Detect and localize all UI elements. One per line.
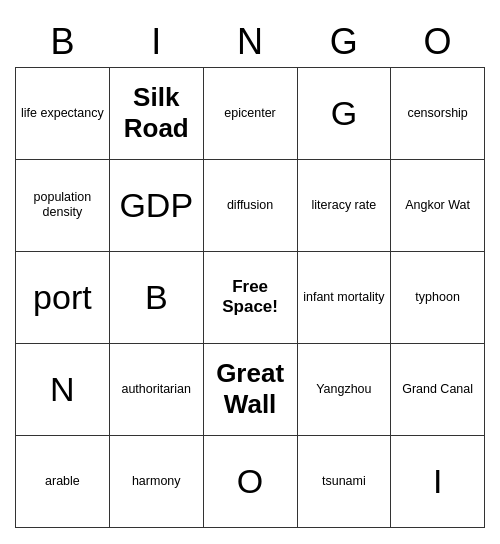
cell-text: B [145,278,168,316]
cell-text: authoritarian [121,382,191,396]
cell-text: arable [45,474,80,488]
cell-text: O [237,462,263,500]
cell-text: N [50,370,75,408]
cell-r1-c2[interactable]: diffusion [203,159,297,251]
cell-r0-c0[interactable]: life expectancy [16,67,110,159]
cell-r4-c3[interactable]: tsunami [297,435,391,527]
header-g: G [297,17,391,68]
cell-r4-c1[interactable]: harmony [109,435,203,527]
cell-text: Free Space! [222,277,278,316]
cell-r3-c0[interactable]: N [16,343,110,435]
cell-text: port [33,278,92,316]
header-b: B [16,17,110,68]
table-row: portBFree Space!infant mortalitytyphoon [16,251,485,343]
cell-text: G [331,94,357,132]
cell-text: Grand Canal [402,382,473,396]
cell-text: diffusion [227,198,273,212]
cell-text: harmony [132,474,181,488]
header-o: O [391,17,485,68]
cell-text: literacy rate [312,198,377,212]
cell-r4-c0[interactable]: arable [16,435,110,527]
table-row: arableharmonyOtsunamiI [16,435,485,527]
cell-r0-c4[interactable]: censorship [391,67,485,159]
cell-text: epicenter [224,106,275,120]
cell-text: Silk Road [124,82,189,143]
cell-text: I [433,462,442,500]
header-i: I [109,17,203,68]
cell-r0-c3[interactable]: G [297,67,391,159]
cell-r4-c2[interactable]: O [203,435,297,527]
cell-text: tsunami [322,474,366,488]
cell-r3-c2[interactable]: Great Wall [203,343,297,435]
cell-r2-c3[interactable]: infant mortality [297,251,391,343]
cell-r3-c4[interactable]: Grand Canal [391,343,485,435]
cell-r1-c4[interactable]: Angkor Wat [391,159,485,251]
cell-r2-c4[interactable]: typhoon [391,251,485,343]
table-row: life expectancySilk RoadepicenterGcensor… [16,67,485,159]
cell-text: typhoon [415,290,459,304]
cell-r2-c2[interactable]: Free Space! [203,251,297,343]
cell-r3-c3[interactable]: Yangzhou [297,343,391,435]
cell-r2-c1[interactable]: B [109,251,203,343]
cell-text: Yangzhou [316,382,371,396]
table-row: NauthoritarianGreat WallYangzhouGrand Ca… [16,343,485,435]
cell-text: censorship [407,106,467,120]
cell-r1-c1[interactable]: GDP [109,159,203,251]
header-n: N [203,17,297,68]
cell-r1-c3[interactable]: literacy rate [297,159,391,251]
cell-text: infant mortality [303,290,384,304]
bingo-body: life expectancySilk RoadepicenterGcensor… [16,67,485,527]
cell-r2-c0[interactable]: port [16,251,110,343]
table-row: population densityGDPdiffusionliteracy r… [16,159,485,251]
cell-text: Angkor Wat [405,198,470,212]
header-row: B I N G O [16,17,485,68]
cell-text: population density [34,190,92,219]
cell-r1-c0[interactable]: population density [16,159,110,251]
cell-text: Great Wall [216,358,284,419]
cell-text: life expectancy [21,106,104,120]
bingo-card: B I N G O life expectancySilk Roadepicen… [15,17,485,528]
cell-r0-c2[interactable]: epicenter [203,67,297,159]
cell-r4-c4[interactable]: I [391,435,485,527]
cell-r0-c1[interactable]: Silk Road [109,67,203,159]
cell-text: GDP [119,186,193,224]
cell-r3-c1[interactable]: authoritarian [109,343,203,435]
